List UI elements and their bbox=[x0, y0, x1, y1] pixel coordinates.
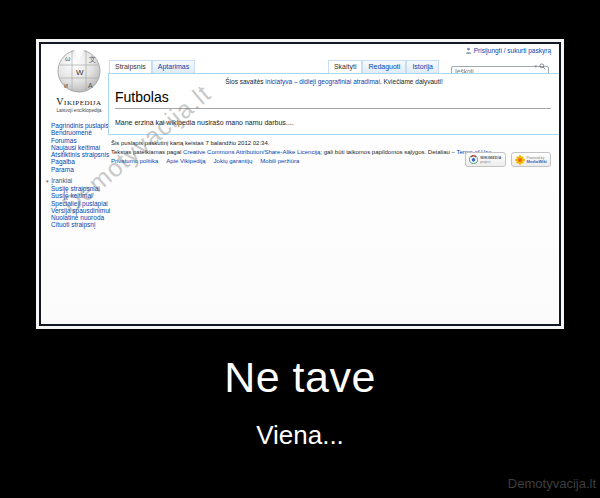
sitenotice-suffix: . Kviečiame dalyvauti! bbox=[380, 78, 443, 85]
svg-text:ω: ω bbox=[65, 55, 71, 62]
footer-lastmod: Šis puslapis paskutinį kartą keistas 7 b… bbox=[111, 140, 269, 146]
wikipedia-page: Prisijungti / sukurti paskyrą ω bbox=[41, 44, 559, 324]
namespace-tabs: StraipsnisAptarimas bbox=[109, 60, 195, 73]
footer-license: Tekstas pateikiamas pagal Creative Commo… bbox=[111, 149, 493, 155]
search-icon[interactable] bbox=[539, 63, 546, 70]
sidebar-nav-link[interactable]: Atsitiktinis straipsnis bbox=[51, 151, 109, 158]
search-dropdown-arrow-icon[interactable]: ▾ bbox=[534, 63, 537, 69]
wikimedia-logo-icon bbox=[469, 155, 478, 164]
chevron-down-icon: ▼ bbox=[45, 179, 49, 184]
tools-header-label: Įrankiai bbox=[51, 177, 72, 184]
license-link[interactable]: Creative Commons Attribution/Share-Alike… bbox=[183, 149, 320, 155]
search-box: ▾ bbox=[451, 60, 549, 72]
wikipedia-globe-icon: ω 文 W и A bbox=[56, 48, 102, 94]
sidebar-tool-link[interactable]: Cituoti straipsnį bbox=[51, 221, 110, 228]
svg-text:A: A bbox=[88, 82, 93, 89]
sidebar-nav-link[interactable]: Bendruomenė bbox=[51, 129, 109, 136]
view-tabs: SkaitytiRedaguotiIstorija bbox=[328, 60, 439, 73]
site-watermark: Demotyvacija.lt bbox=[508, 476, 596, 491]
sidebar-tool-link[interactable]: Versija spausdinimui bbox=[51, 207, 110, 214]
footer-link[interactable]: Jokių garantijų bbox=[214, 158, 253, 164]
namespace-tab[interactable]: Aptarimas bbox=[152, 60, 196, 73]
sidebar-tool-link[interactable]: Susiję keitimai bbox=[51, 192, 110, 199]
license-mid: ; gali būti taikomos papildomos sąlygos.… bbox=[320, 149, 456, 155]
person-icon bbox=[465, 47, 472, 54]
sidebar-nav-link[interactable]: Forumas bbox=[51, 137, 109, 144]
sidebar-nav-link[interactable]: Pagalba bbox=[51, 158, 109, 165]
footer-link[interactable]: Privatumo politika bbox=[111, 158, 158, 164]
sidebar-nav-link[interactable]: Parama bbox=[51, 166, 109, 173]
footer-link[interactable]: Apie Vikipediją bbox=[166, 158, 205, 164]
sitenotice-link[interactable]: iniciatyva – didieji geografiniai atradi… bbox=[265, 78, 380, 85]
svg-text:W: W bbox=[76, 68, 84, 77]
wikimedia-badge[interactable]: WIKIMEDIA project bbox=[465, 152, 505, 167]
sidebar-tools-header[interactable]: ▼ Įrankiai bbox=[45, 177, 72, 184]
sitenotice: Šios savaitės iniciatyva – didieji geogr… bbox=[109, 78, 559, 85]
sidebar-nav: Pagrindinis puslapisBendruomenėForumasNa… bbox=[51, 122, 109, 173]
wiki-logo[interactable]: ω 文 W и A Vikipedija Laisvoji encikloped… bbox=[41, 48, 117, 113]
namespace-tab[interactable]: Straipsnis bbox=[109, 60, 152, 73]
svg-text:и: и bbox=[64, 82, 68, 89]
mediawiki-badge[interactable]: Powered by MediaWiki bbox=[511, 152, 551, 167]
wikimedia-badge-subtitle: project bbox=[480, 160, 501, 164]
license-prefix: Tekstas pateikiamas pagal bbox=[111, 149, 183, 155]
login-link-label: Prisijungti / sukurti paskyrą bbox=[474, 47, 551, 54]
sidebar-tool-link[interactable]: Susiję straipsniai bbox=[51, 185, 110, 192]
meme-title: Ne tave bbox=[0, 354, 600, 401]
screenshot-window: Prisijungti / sukurti paskyrą ω bbox=[39, 42, 561, 326]
footer-links: Privatumo politikaApie VikipedijąJokių g… bbox=[111, 158, 299, 164]
meme-subtitle: Viena... bbox=[0, 420, 600, 451]
footer-badges: WIKIMEDIA project bbox=[465, 152, 551, 167]
logo-tagline: Laisvoji enciklopedija bbox=[41, 108, 117, 113]
sidebar-nav-link[interactable]: Naujausi keitimai bbox=[51, 144, 109, 151]
article-content: Šios savaitės iniciatyva – didieji geogr… bbox=[108, 73, 559, 135]
footer-link[interactable]: Mobili peržiūra bbox=[260, 158, 299, 164]
page-title: Futbolas bbox=[115, 89, 551, 109]
view-tab[interactable]: Istorija bbox=[406, 60, 439, 73]
sitenotice-prefix: Šios savaitės bbox=[225, 78, 265, 85]
login-link[interactable]: Prisijungti / sukurti paskyrą bbox=[465, 47, 551, 54]
poster-frame: Prisijungti / sukurti paskyrą ω bbox=[36, 39, 564, 329]
view-tab[interactable]: Skaityti bbox=[328, 60, 363, 73]
sidebar-nav-link[interactable]: Pagrindinis puslapis bbox=[51, 122, 109, 129]
svg-text:文: 文 bbox=[89, 55, 96, 63]
mediawiki-sunflower-icon bbox=[515, 155, 525, 165]
view-tab[interactable]: Redaguoti bbox=[362, 60, 406, 73]
sidebar-tools: Susiję straipsniaiSusiję keitimaiSpecial… bbox=[51, 185, 110, 229]
sidebar-tool-link[interactable]: Nuolatinė nuoroda bbox=[51, 214, 110, 221]
logo-wordmark: Vikipedija bbox=[41, 96, 117, 107]
article-body-text: Mane erzina kai wikipedia nusirašo mano … bbox=[115, 119, 294, 126]
mediawiki-badge-subtitle: MediaWiki bbox=[527, 160, 547, 164]
sidebar-tool-link[interactable]: Specialieji puslapiai bbox=[51, 200, 110, 207]
